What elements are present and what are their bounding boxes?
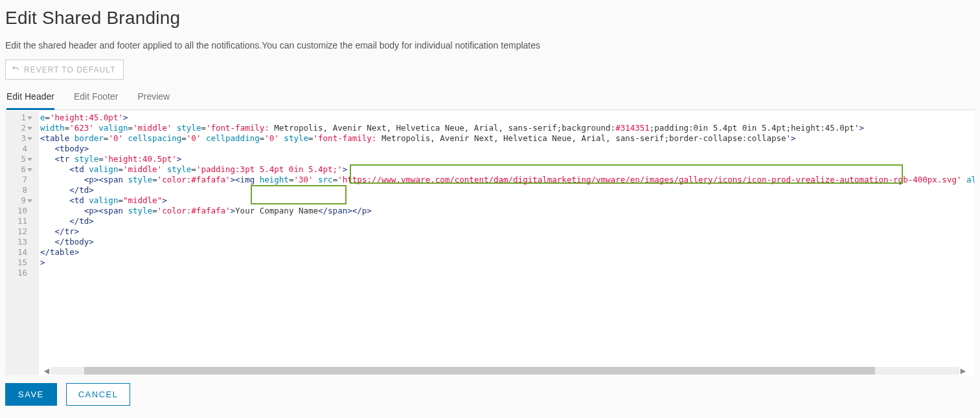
editor-gutter: 1 2 3 4 5 6 7 8 9 10 11 12 13 14 15 16 <box>5 111 39 375</box>
footer-actions: SAVE CANCEL <box>5 383 975 406</box>
cancel-button[interactable]: CANCEL <box>66 383 131 406</box>
page-description: Edit the shared header and footer applie… <box>5 40 975 50</box>
undo-icon <box>11 64 20 75</box>
tab-edit-header[interactable]: Edit Header <box>6 87 54 110</box>
editor-content[interactable]: e='height:45.0pt'> width='623' valign='m… <box>39 111 975 375</box>
tab-preview[interactable]: Preview <box>137 87 170 110</box>
revert-to-default-button[interactable]: REVERT TO DEFAULT <box>5 60 124 80</box>
scroll-left-icon[interactable]: ◄ <box>43 367 51 375</box>
tab-bar: Edit Header Edit Footer Preview <box>5 87 975 110</box>
horizontal-scrollbar[interactable]: ◄ ► <box>43 366 967 375</box>
page-title: Edit Shared Branding <box>5 8 975 28</box>
scroll-right-icon[interactable]: ► <box>959 367 967 375</box>
scroll-track[interactable] <box>51 367 959 375</box>
save-button[interactable]: SAVE <box>5 383 57 406</box>
code-editor[interactable]: 1 2 3 4 5 6 7 8 9 10 11 12 13 14 15 16 e… <box>5 111 975 375</box>
revert-button-label: REVERT TO DEFAULT <box>24 65 115 74</box>
tab-edit-footer[interactable]: Edit Footer <box>74 87 118 110</box>
scroll-thumb[interactable] <box>84 367 875 375</box>
